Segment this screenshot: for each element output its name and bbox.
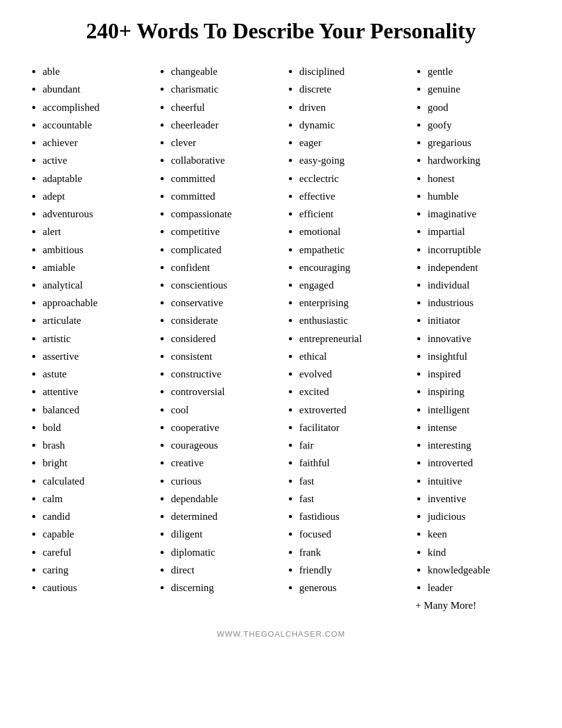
list-item: alert	[43, 223, 147, 240]
list-item: considerate	[171, 312, 275, 329]
list-item: empathetic	[299, 241, 403, 259]
list-item: initiator	[428, 312, 532, 329]
more-label: + Many More!	[415, 597, 532, 614]
list-item: driven	[299, 99, 403, 116]
list-item: consistent	[171, 348, 275, 365]
list-item: inventive	[428, 490, 532, 508]
list-item: calm	[43, 490, 147, 508]
list-item: introverted	[428, 454, 532, 472]
list-item: discrete	[299, 80, 403, 98]
column-4: gentlegenuinegoodgoofygregarioushardwork…	[409, 63, 538, 614]
list-item: disciplined	[299, 63, 403, 80]
list-item: approachable	[43, 294, 147, 312]
list-item: fast	[299, 472, 403, 490]
list-item: competitive	[171, 223, 275, 240]
list-item: conservative	[171, 294, 275, 312]
list-item: confident	[171, 259, 275, 276]
list-item: eager	[299, 134, 403, 152]
word-list-4: gentlegenuinegoodgoofygregarioushardwork…	[415, 63, 532, 597]
list-item: industrious	[428, 294, 532, 312]
list-item: excited	[299, 383, 403, 401]
list-item: assertive	[43, 348, 147, 365]
list-item: enterprising	[299, 294, 403, 312]
list-item: efficient	[299, 205, 403, 223]
list-item: artistic	[43, 330, 147, 348]
list-item: friendly	[299, 561, 403, 579]
list-item: fast	[299, 490, 403, 508]
list-item: dependable	[171, 490, 275, 508]
list-item: generous	[299, 579, 403, 597]
word-columns: ableabundantaccomplishedaccountableachie…	[24, 63, 538, 614]
list-item: collaborative	[171, 152, 275, 169]
list-item: incorruptible	[428, 241, 532, 259]
list-item: balanced	[43, 401, 147, 419]
list-item: articulate	[43, 312, 147, 329]
list-item: genuine	[428, 80, 532, 98]
list-item: dynamic	[299, 116, 403, 134]
list-item: enthusiastic	[299, 312, 403, 329]
list-item: keen	[428, 525, 532, 543]
list-item: facilitator	[299, 419, 403, 436]
list-item: diplomatic	[171, 544, 275, 561]
list-item: goofy	[428, 116, 532, 134]
list-item: inspired	[428, 365, 532, 383]
list-item: hardworking	[428, 152, 532, 169]
list-item: faithful	[299, 454, 403, 472]
list-item: extroverted	[299, 401, 403, 419]
list-item: effective	[299, 187, 403, 205]
list-item: complicated	[171, 241, 275, 259]
list-item: accomplished	[43, 99, 147, 116]
list-item: caring	[43, 561, 147, 579]
list-item: bold	[43, 419, 147, 436]
list-item: judicious	[428, 508, 532, 525]
list-item: creative	[171, 454, 275, 472]
list-item: intuitive	[428, 472, 532, 490]
list-item: easy-going	[299, 152, 403, 169]
list-item: discerning	[171, 579, 275, 597]
list-item: emotional	[299, 223, 403, 240]
list-item: entrepreneurial	[299, 330, 403, 348]
list-item: adaptable	[43, 170, 147, 187]
list-item: candid	[43, 508, 147, 525]
more-items: + Many More!	[415, 597, 532, 614]
list-item: charismatic	[171, 80, 275, 98]
list-item: diligent	[171, 525, 275, 543]
word-list-1: ableabundantaccomplishedaccountableachie…	[30, 63, 147, 597]
list-item: individual	[428, 276, 532, 294]
list-item: adventurous	[43, 205, 147, 223]
list-item: considered	[171, 330, 275, 348]
page-title: 240+ Words To Describe Your Personality	[24, 18, 538, 44]
column-3: disciplineddiscretedrivendynamiceagereas…	[281, 63, 409, 614]
list-item: kind	[428, 544, 532, 561]
list-item: insightful	[428, 348, 532, 365]
list-item: intelligent	[428, 401, 532, 419]
list-item: cheerful	[171, 99, 275, 116]
list-item: ambitious	[43, 241, 147, 259]
list-item: intense	[428, 419, 532, 436]
list-item: accountable	[43, 116, 147, 134]
list-item: committed	[171, 187, 275, 205]
list-item: careful	[43, 544, 147, 561]
list-item: honest	[428, 170, 532, 187]
list-item: calculated	[43, 472, 147, 490]
list-item: independent	[428, 259, 532, 276]
list-item: fastidious	[299, 508, 403, 525]
list-item: controversial	[171, 383, 275, 401]
word-list-2: changeablecharismaticcheerfulcheerleader…	[159, 63, 275, 597]
list-item: clever	[171, 134, 275, 152]
list-item: knowledgeable	[428, 561, 532, 579]
list-item: gentle	[428, 63, 532, 80]
list-item: gregarious	[428, 134, 532, 152]
list-item: active	[43, 152, 147, 169]
list-item: changeable	[171, 63, 275, 80]
list-item: determined	[171, 508, 275, 525]
list-item: leader	[428, 579, 532, 597]
list-item: abundant	[43, 80, 147, 98]
list-item: innovative	[428, 330, 532, 348]
list-item: adept	[43, 187, 147, 205]
list-item: committed	[171, 170, 275, 187]
list-item: achiever	[43, 134, 147, 152]
list-item: astute	[43, 365, 147, 383]
list-item: engaged	[299, 276, 403, 294]
list-item: fair	[299, 436, 403, 454]
